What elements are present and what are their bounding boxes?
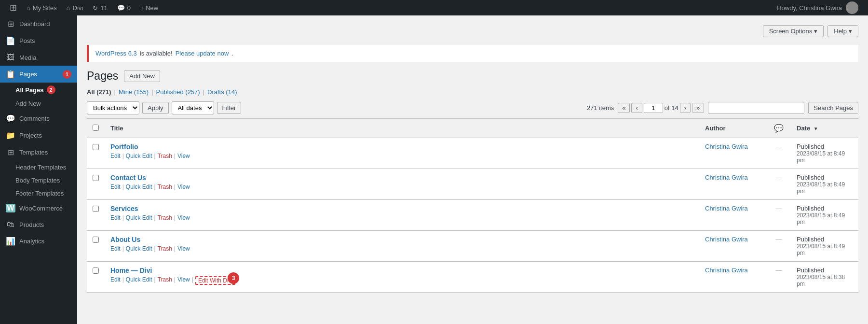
row-action-view[interactable]: View: [177, 245, 190, 252]
action-separator: |: [174, 276, 176, 285]
row-action-trash[interactable]: Trash: [158, 183, 172, 190]
row-checkbox[interactable]: [93, 144, 99, 150]
row-action-quick-edit[interactable]: Quick Edit: [126, 276, 152, 285]
row-action-quick-edit[interactable]: Quick Edit: [126, 153, 152, 159]
pagination-last-button[interactable]: »: [692, 103, 704, 113]
edit-with-divi-link[interactable]: Edit With Divi3: [195, 276, 235, 285]
search-pages-button[interactable]: Search Pages: [808, 102, 858, 114]
filter-button[interactable]: Filter: [217, 102, 242, 114]
table-row: Contact UsEdit | Quick Edit | Trash | Vi…: [87, 169, 858, 200]
row-action-trash[interactable]: Trash: [158, 276, 172, 285]
sidebar-item-comments[interactable]: 💬 Comments: [0, 110, 77, 127]
pagination-input[interactable]: [644, 103, 663, 113]
row-actions: Edit | Quick Edit | Trash | View: [110, 153, 693, 159]
row-comments-cell: —: [767, 169, 791, 200]
action-separator: |: [154, 245, 156, 252]
filter-published[interactable]: Published (257): [156, 88, 200, 96]
sidebar-subitem-header-templates[interactable]: Header Templates: [0, 161, 77, 174]
row-checkbox[interactable]: [93, 268, 99, 274]
action-separator: |: [192, 276, 193, 285]
sidebar-item-dashboard[interactable]: ⊞ Dashboard: [0, 15, 77, 32]
row-action-view[interactable]: View: [177, 214, 190, 221]
my-sites-item[interactable]: ⌂ My Sites: [22, 0, 62, 15]
sidebar-item-posts[interactable]: 📄 Posts: [0, 32, 77, 49]
sidebar-item-products[interactable]: 🛍 Products: [0, 216, 77, 233]
update-now-link[interactable]: Please update now: [176, 50, 229, 57]
row-comments-value: —: [776, 236, 782, 243]
pagination-first-button[interactable]: «: [618, 103, 630, 113]
sidebar-subitem-body-templates[interactable]: Body Templates: [0, 174, 77, 187]
row-checkbox[interactable]: [93, 237, 99, 243]
row-action-view[interactable]: View: [177, 276, 190, 285]
row-author-link[interactable]: Christina Gwira: [705, 174, 748, 181]
screen-options-arrow-icon: ▾: [814, 28, 817, 35]
sidebar-item-templates[interactable]: ⊞ Templates: [0, 144, 77, 161]
row-author-link[interactable]: Christina Gwira: [705, 236, 748, 243]
sidebar-subitem-all-pages[interactable]: All Pages 2: [0, 83, 77, 97]
row-checkbox-cell: [87, 231, 105, 262]
row-action-edit[interactable]: Edit: [110, 214, 121, 221]
row-action-trash[interactable]: Trash: [158, 214, 172, 221]
pagination-prev-button[interactable]: ‹: [631, 103, 642, 113]
search-input[interactable]: [708, 102, 804, 114]
row-title-link[interactable]: Home — Divi: [110, 267, 152, 274]
row-title-link[interactable]: Services: [110, 205, 138, 212]
new-item[interactable]: + New: [136, 0, 163, 15]
row-action-quick-edit[interactable]: Quick Edit: [126, 183, 152, 190]
user-info[interactable]: Howdy, Christina Gwira: [772, 1, 863, 14]
row-action-edit[interactable]: Edit: [110, 276, 121, 285]
sep1: |: [114, 88, 116, 96]
row-action-view[interactable]: View: [177, 183, 190, 190]
row-action-quick-edit[interactable]: Quick Edit: [126, 245, 152, 252]
row-title-link[interactable]: Contact Us: [110, 174, 146, 182]
help-button[interactable]: Help ▾: [827, 25, 858, 37]
row-checkbox[interactable]: [93, 175, 99, 181]
filter-mine[interactable]: Mine (155): [119, 88, 149, 96]
site-name-item[interactable]: ⌂ Divi: [62, 0, 88, 15]
wp-version-link[interactable]: WordPress 6.3: [95, 50, 137, 57]
row-author-cell: Christina Gwira: [699, 169, 767, 200]
row-title-link[interactable]: About Us: [110, 236, 140, 243]
sidebar-item-analytics[interactable]: 📊 Analytics: [0, 233, 77, 250]
row-action-edit[interactable]: Edit: [110, 183, 121, 190]
sidebar-item-pages[interactable]: 📋 Pages 1: [0, 66, 77, 83]
templates-label: Templates: [19, 149, 48, 156]
row-author-link[interactable]: Christina Gwira: [705, 143, 748, 150]
select-all-checkbox[interactable]: [93, 125, 99, 131]
action-separator: |: [174, 245, 176, 252]
row-action-quick-edit[interactable]: Quick Edit: [126, 214, 152, 221]
row-author-link[interactable]: Christina Gwira: [705, 267, 748, 274]
row-title-link[interactable]: Portfolio: [110, 143, 138, 151]
apply-button[interactable]: Apply: [142, 102, 169, 114]
updates-item[interactable]: ↻ 11: [88, 0, 112, 15]
pagination-next-button[interactable]: ›: [680, 103, 691, 113]
add-new-button[interactable]: Add New: [124, 70, 160, 82]
row-action-view[interactable]: View: [177, 153, 190, 159]
bulk-actions-select[interactable]: Bulk actions: [87, 101, 139, 114]
projects-label: Projects: [19, 132, 42, 139]
comments-item[interactable]: 💬 0: [112, 0, 136, 15]
sidebar-item-woocommerce[interactable]: W WooCommerce: [0, 200, 77, 216]
sidebar-item-projects[interactable]: 📁 Projects: [0, 127, 77, 144]
wp-logo-item[interactable]: ⊞: [5, 0, 22, 15]
row-date-cell: Published2023/08/15 at 8:49 pm: [791, 231, 858, 262]
row-checkbox[interactable]: [93, 206, 99, 212]
tablenav-top: Bulk actions Apply All dates Filter 271 …: [87, 101, 858, 114]
notice-text-end: .: [231, 50, 233, 57]
sidebar-subitem-add-new[interactable]: Add New: [0, 97, 77, 110]
sidebar-subitem-footer-templates[interactable]: Footer Templates: [0, 187, 77, 200]
sidebar-item-media[interactable]: 🖼 Media: [0, 49, 77, 66]
action-separator: |: [174, 183, 176, 190]
row-action-edit[interactable]: Edit: [110, 153, 121, 159]
screen-options-button[interactable]: Screen Options ▾: [763, 25, 824, 37]
row-author-link[interactable]: Christina Gwira: [705, 205, 748, 212]
row-comments-value: —: [776, 267, 782, 274]
row-action-edit[interactable]: Edit: [110, 245, 121, 252]
page-title: Pages: [87, 70, 118, 83]
dates-select[interactable]: All dates: [172, 101, 214, 114]
row-action-trash[interactable]: Trash: [158, 153, 172, 159]
row-action-trash[interactable]: Trash: [158, 245, 172, 252]
filter-drafts[interactable]: Drafts (14): [207, 88, 237, 96]
col-date-header[interactable]: Date ▼: [791, 119, 858, 138]
filter-all[interactable]: All (271): [87, 88, 111, 96]
